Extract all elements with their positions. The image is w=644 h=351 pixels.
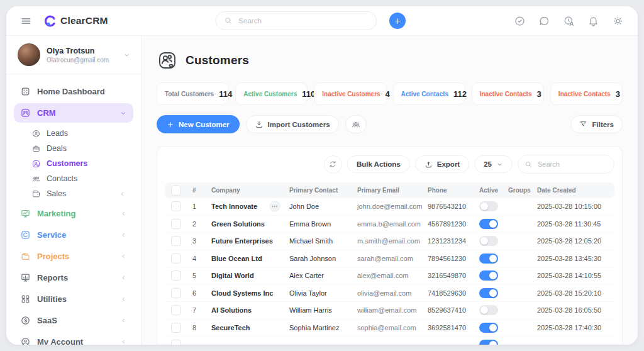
row-checkbox[interactable] <box>171 236 181 246</box>
reports-chart-icon <box>20 272 31 283</box>
sidebar-item-leads[interactable]: Leads <box>31 126 133 141</box>
stat-inactive-contacts-1: Inactive Contacts 3 <box>472 82 544 105</box>
row-checkbox[interactable] <box>171 219 181 229</box>
chevron-left-icon <box>120 253 127 260</box>
stat-active-customers: Active Customers 110 <box>235 82 308 105</box>
col-groups[interactable]: Groups <box>508 187 537 194</box>
notifications-bell-icon[interactable] <box>587 15 599 27</box>
new-customer-button[interactable]: New Customer <box>157 115 240 133</box>
app-window: ClearCRM <box>6 6 638 345</box>
table-search-input[interactable] <box>536 160 608 169</box>
select-all-checkbox[interactable] <box>171 186 181 196</box>
row-checkbox[interactable] <box>171 201 181 211</box>
refresh-button[interactable] <box>324 155 342 174</box>
settings-gear-icon[interactable] <box>612 15 624 27</box>
sales-wallet-icon <box>31 189 41 199</box>
user-avatar <box>18 43 40 66</box>
col-phone[interactable]: Phone <box>428 187 479 194</box>
table-row: 2 Green Solutions Emma Brown emma.b@emai… <box>165 216 614 233</box>
search-icon <box>525 160 533 169</box>
user-name: Olya Trotsun <box>47 47 116 55</box>
stats-row: Total Customers 114 Active Customers 110… <box>157 82 623 105</box>
col-primary-email[interactable]: Primary Email <box>357 187 428 194</box>
table-row: 7 AI Solutions William Harris william@em… <box>165 302 614 320</box>
stat-inactive-contacts-2: Inactive Contacts 3 <box>550 82 623 105</box>
marketing-icon <box>20 208 31 219</box>
stat-total-customers: Total Customers 114 <box>157 82 229 105</box>
table-controls: Bulk Actions Export 25 <box>165 155 614 174</box>
col-active[interactable]: Active <box>479 187 508 194</box>
service-icon <box>20 230 31 240</box>
search-icon <box>224 16 233 25</box>
active-toggle[interactable] <box>479 254 498 264</box>
sidebar-item-home-dashboard[interactable]: Home Dashboard <box>14 82 133 101</box>
chevron-left-icon <box>120 210 127 217</box>
global-search-input[interactable] <box>237 16 369 25</box>
row-checkbox[interactable] <box>171 270 181 281</box>
active-toggle[interactable] <box>479 340 498 345</box>
table-header-row: # Company Primary Contact Primary Email … <box>165 182 614 198</box>
chevron-left-icon <box>120 231 127 238</box>
active-toggle[interactable] <box>479 288 498 298</box>
row-checkbox[interactable] <box>171 305 181 315</box>
table-row: 4 Blue Ocean Ltd Sarah Johnson sarah@ema… <box>165 250 614 268</box>
groups-people-button[interactable] <box>345 115 367 133</box>
page-size-select[interactable]: 25 <box>474 155 513 173</box>
chevron-down-icon <box>119 109 127 117</box>
actions-row: New Customer Import Customers Filter <box>157 115 623 133</box>
global-search[interactable] <box>216 11 377 30</box>
dashboard-grid-icon <box>20 86 31 97</box>
row-checkbox[interactable] <box>171 288 181 298</box>
stat-inactive-customers: Inactive Customers 4 <box>314 82 386 105</box>
col-company[interactable]: Company <box>211 187 289 194</box>
sidebar-item-sales[interactable]: Sales <box>31 186 133 201</box>
user-profile[interactable]: Olya Trotsun Olatrocun@gmail.com <box>6 36 141 74</box>
active-toggle[interactable] <box>479 323 498 333</box>
filters-button[interactable]: Filters <box>570 115 623 133</box>
col-primary-contact[interactable]: Primary Contact <box>289 187 357 194</box>
sidebar-item-service[interactable]: Service <box>14 225 133 245</box>
row-checkbox[interactable] <box>171 340 181 345</box>
deals-briefcase-icon <box>31 144 41 153</box>
table-row-partial <box>165 337 614 345</box>
sidebar-item-contacts[interactable]: Contacts <box>31 171 133 186</box>
app-logo[interactable]: ClearCRM <box>43 14 108 28</box>
account-person-icon <box>20 337 31 345</box>
main-content: Customers Total Customers 114 Active Cus… <box>142 36 638 345</box>
active-toggle[interactable] <box>479 236 498 246</box>
row-menu-button[interactable]: ⋯ <box>269 201 280 212</box>
download-icon <box>255 120 264 129</box>
active-toggle[interactable] <box>479 270 498 281</box>
sidebar-item-projects[interactable]: Projects <box>14 247 133 266</box>
hamburger-menu-icon[interactable] <box>20 15 32 27</box>
sidebar-item-deals[interactable]: Deals <box>31 141 133 156</box>
col-num[interactable]: # <box>192 187 211 194</box>
table-search[interactable] <box>518 155 614 174</box>
utilities-blocks-icon <box>20 294 31 304</box>
sidebar-item-reports[interactable]: Reports <box>14 268 133 287</box>
import-customers-button[interactable]: Import Customers <box>246 115 339 133</box>
sidebar-item-crm[interactable]: CRM <box>14 103 133 123</box>
row-checkbox[interactable] <box>171 323 181 333</box>
sidebar-item-utilities[interactable]: Utilities <box>14 289 133 309</box>
active-toggle[interactable] <box>479 201 498 211</box>
customers-page-icon <box>157 50 178 71</box>
col-date-created[interactable]: Date Created <box>537 187 608 194</box>
quick-add-button[interactable] <box>389 13 406 29</box>
activity-log-icon[interactable] <box>563 15 575 27</box>
sidebar-item-customers[interactable]: Customers <box>31 156 133 171</box>
chat-icon[interactable] <box>538 15 550 27</box>
sidebar-item-my-account[interactable]: My Account <box>14 332 133 345</box>
bulk-actions-button[interactable]: Bulk Actions <box>347 155 410 173</box>
row-checkbox[interactable] <box>171 254 181 264</box>
crm-users-icon <box>20 108 31 118</box>
tasks-check-icon[interactable] <box>514 15 526 27</box>
sidebar-item-saas[interactable]: SaaS <box>14 311 133 330</box>
logo-text: ClearCRM <box>60 15 108 26</box>
active-toggle[interactable] <box>479 305 498 315</box>
contacts-icon <box>31 174 41 184</box>
active-toggle[interactable] <box>479 219 498 229</box>
export-button[interactable]: Export <box>415 155 469 173</box>
table-row: 6 Cloud Systems Inc Olivia Taylor olivia… <box>165 285 614 303</box>
sidebar-item-marketing[interactable]: Marketing <box>14 204 133 223</box>
